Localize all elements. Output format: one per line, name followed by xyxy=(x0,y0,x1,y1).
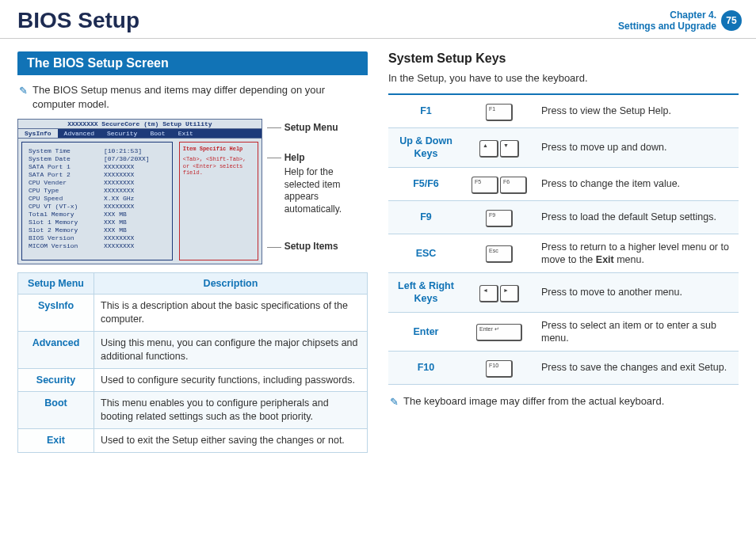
key-image: F10 xyxy=(464,352,535,385)
keycap-icon: F9 xyxy=(486,210,513,227)
table-row: SysInfoThis is a description about the b… xyxy=(18,295,368,332)
bios-callouts: Setup Menu Help Help for the selected it… xyxy=(267,122,368,252)
bios-help-body: <Tab>, <Shift-Tab>, or <Enter> selects f… xyxy=(183,156,254,177)
bios-item-list: System Time[10:21:53]System Date[07/30/2… xyxy=(21,142,173,260)
section-system-setup-keys-title: System Setup Keys xyxy=(388,51,739,66)
table-row: F9F9Press to load the default Setup sett… xyxy=(388,200,739,234)
page-number-badge: 75 xyxy=(721,10,742,31)
bios-tab-advanced: Advanced xyxy=(58,129,101,138)
bios-row: Slot 2 MemoryXXX MB xyxy=(29,226,166,234)
key-name: ESC xyxy=(388,234,464,273)
key-image: Esc xyxy=(464,234,535,273)
key-name: Left & Right Keys xyxy=(388,273,464,313)
key-name: Enter xyxy=(388,312,464,352)
bios-row: SATA Port 1XXXXXXXX xyxy=(29,163,166,171)
system-setup-keys-intro: In the Setup, you have to use the keyboa… xyxy=(388,72,739,84)
keycap-icon: F10 xyxy=(486,360,513,378)
table-row: ESCEscPress to return to a higher level … xyxy=(388,234,739,273)
chapter-line2: Settings and Upgrade xyxy=(618,21,716,32)
menu-desc: This is a description about the basic sp… xyxy=(94,295,368,332)
bios-tab-sysinfo: SysInfo xyxy=(18,129,58,138)
key-desc: Press to move up and down. xyxy=(535,128,739,168)
keycap-icon: ► xyxy=(500,285,519,302)
bios-tab-exit: Exit xyxy=(172,129,200,138)
table-row: Up & Down Keys▲▼Press to move up and dow… xyxy=(388,128,739,168)
bios-row: Slot 1 MemoryXXX MB xyxy=(29,219,166,226)
key-desc: Press to move to another menu. xyxy=(535,273,739,313)
keycap-icon: F5 xyxy=(472,177,498,194)
key-image: ▲▼ xyxy=(464,128,535,168)
bios-row: CPU VenderXXXXXXXX xyxy=(29,179,166,187)
menu-desc: Used to configure security functions, in… xyxy=(94,368,368,392)
table-row: SecurityUsed to configure security funct… xyxy=(18,368,368,392)
bios-row: Total MemoryXXX MB xyxy=(29,211,166,219)
table-row: ExitUsed to exit the Setup either saving… xyxy=(18,429,368,453)
key-image: F1 xyxy=(464,94,535,128)
note-text: The keyboard image may differ from the a… xyxy=(403,394,664,409)
key-desc: Press to change the item value. xyxy=(535,167,739,200)
bios-row: SATA Port 2XXXXXXXX xyxy=(29,171,166,179)
keycap-icon: F6 xyxy=(500,177,527,194)
system-keys-table: F1F1Press to view the Setup Help.Up & Do… xyxy=(388,93,739,385)
bios-row: BIOS VersionXXXXXXXX xyxy=(29,234,166,242)
chapter-label: Chapter 4. Settings and Upgrade 75 xyxy=(618,10,742,32)
callout-setup-items: Setup Items xyxy=(284,241,338,252)
table-row: F1F1Press to view the Setup Help. xyxy=(388,94,739,128)
bios-tabs: SysInfoAdvancedSecurityBootExit xyxy=(18,129,262,138)
keycap-icon: ▲ xyxy=(479,140,498,158)
key-name: F5/F6 xyxy=(388,167,464,200)
th-description: Description xyxy=(94,273,368,295)
key-image: Enter ↵ xyxy=(464,312,535,352)
table-row: Left & Right Keys◄►Press to move to anot… xyxy=(388,273,739,313)
section-bios-setup-screen-title: The BIOS Setup Screen xyxy=(17,51,368,75)
bios-titlebar: XXXXXXXX SecureCore (tm) Setup Utility xyxy=(18,120,262,129)
key-image: F5F6 xyxy=(464,167,535,200)
keycap-icon: ▼ xyxy=(500,140,519,158)
key-name: F9 xyxy=(388,200,464,234)
bios-screenshot: XXXXXXXX SecureCore (tm) Setup Utility S… xyxy=(17,119,262,264)
bios-tab-security: Security xyxy=(101,129,143,138)
bios-help-panel: Item Specific Help <Tab>, <Shift-Tab>, o… xyxy=(179,142,258,260)
key-image: F9 xyxy=(464,200,535,234)
bios-row: CPU TypeXXXXXXXX xyxy=(29,187,166,195)
keycap-icon: ◄ xyxy=(479,285,498,302)
key-desc: Press to load the default Setup settings… xyxy=(535,200,739,234)
table-row: EnterEnter ↵Press to select an item or t… xyxy=(388,312,739,352)
bios-row: System Time[10:21:53] xyxy=(29,147,166,155)
key-desc: Press to view the Setup Help. xyxy=(535,94,739,128)
key-desc: Press to save the changes and exit Setup… xyxy=(535,352,739,385)
key-desc: Press to select an item or to enter a su… xyxy=(535,312,739,352)
menu-name: Security xyxy=(18,368,94,392)
menu-name: Advanced xyxy=(18,331,94,368)
keycap-icon: Enter ↵ xyxy=(476,324,522,341)
bios-row: System Date[07/30/20XX] xyxy=(29,155,166,163)
menu-name: Boot xyxy=(18,392,94,429)
callout-help-sub: Help for the selected item appears autom… xyxy=(284,166,368,215)
callout-help: Help xyxy=(284,152,305,163)
note-icon: ✎ xyxy=(19,84,28,111)
keycap-icon: F1 xyxy=(486,104,513,121)
menu-desc: Using this menu, you can configure the m… xyxy=(94,331,368,368)
page-title: BIOS Setup xyxy=(17,8,139,33)
menu-name: SysInfo xyxy=(18,295,94,332)
key-desc: Press to return to a higher level menu o… xyxy=(535,234,739,273)
menu-desc: Used to exit the Setup either saving the… xyxy=(94,429,368,453)
page-header: BIOS Setup Chapter 4. Settings and Upgra… xyxy=(0,0,756,39)
table-row: F5/F6F5F6Press to change the item value. xyxy=(388,167,739,200)
keycap-icon: Esc xyxy=(486,245,513,263)
bios-tab-boot: Boot xyxy=(143,129,171,138)
note-icon: ✎ xyxy=(390,395,399,409)
left-column: The BIOS Setup Screen ✎ The BIOS Setup m… xyxy=(17,51,368,453)
key-name: F1 xyxy=(388,94,464,128)
key-name: F10 xyxy=(388,352,464,385)
bios-row: MICOM VersionXXXXXXXX xyxy=(29,242,166,250)
table-row: AdvancedUsing this menu, you can configu… xyxy=(18,331,368,368)
table-row: BootThis menu enables you to configure p… xyxy=(18,392,368,429)
callout-setup-menu: Setup Menu xyxy=(284,122,338,133)
note-model-differ: ✎ The BIOS Setup menus and items may dif… xyxy=(19,83,368,111)
key-name: Up & Down Keys xyxy=(388,128,464,168)
bios-row: CPU SpeedX.XX GHz xyxy=(29,195,166,203)
bios-help-title: Item Specific Help xyxy=(183,146,254,153)
th-setup-menu: Setup Menu xyxy=(18,273,94,295)
menu-name: Exit xyxy=(18,429,94,453)
